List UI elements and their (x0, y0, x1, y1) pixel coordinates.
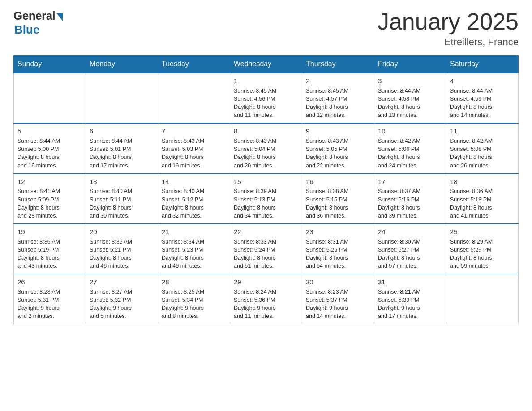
weekday-header-thursday: Thursday (302, 56, 374, 73)
day-number: 11 (450, 126, 515, 136)
calendar-day-cell: 12Sunrise: 8:41 AMSunset: 5:09 PMDayligh… (14, 174, 86, 224)
day-info: Sunrise: 8:21 AMSunset: 5:39 PMDaylight:… (378, 289, 420, 319)
logo-arrow-icon (56, 13, 63, 21)
day-info: Sunrise: 8:43 AMSunset: 5:03 PMDaylight:… (162, 138, 204, 168)
weekday-header-saturday: Saturday (446, 56, 519, 73)
day-info: Sunrise: 8:27 AMSunset: 5:32 PMDaylight:… (90, 289, 132, 319)
calendar-subtitle: Etreillers, France (378, 36, 519, 48)
calendar-day-cell: 13Sunrise: 8:40 AMSunset: 5:11 PMDayligh… (86, 174, 158, 224)
day-number: 18 (450, 177, 515, 187)
calendar-day-cell: 11Sunrise: 8:42 AMSunset: 5:08 PMDayligh… (446, 123, 519, 173)
day-info: Sunrise: 8:36 AMSunset: 5:18 PMDaylight:… (450, 188, 493, 218)
day-info: Sunrise: 8:42 AMSunset: 5:08 PMDaylight:… (450, 138, 493, 168)
calendar-day-cell: 1Sunrise: 8:45 AMSunset: 4:56 PMDaylight… (230, 73, 302, 123)
day-info: Sunrise: 8:29 AMSunset: 5:29 PMDaylight:… (450, 239, 493, 269)
calendar-day-cell: 22Sunrise: 8:33 AMSunset: 5:24 PMDayligh… (230, 224, 302, 274)
calendar-day-cell (14, 73, 86, 123)
day-info: Sunrise: 8:40 AMSunset: 5:11 PMDaylight:… (90, 188, 132, 218)
calendar-week-row: 26Sunrise: 8:28 AMSunset: 5:31 PMDayligh… (14, 274, 519, 324)
day-info: Sunrise: 8:24 AMSunset: 5:36 PMDaylight:… (234, 289, 276, 319)
day-number: 31 (378, 277, 442, 287)
day-number: 22 (234, 227, 298, 237)
logo-general-text: General (13, 9, 55, 23)
calendar-day-cell: 9Sunrise: 8:43 AMSunset: 5:05 PMDaylight… (302, 123, 374, 173)
day-info: Sunrise: 8:43 AMSunset: 5:04 PMDaylight:… (234, 138, 276, 168)
calendar-day-cell: 3Sunrise: 8:44 AMSunset: 4:58 PMDaylight… (374, 73, 446, 123)
day-info: Sunrise: 8:38 AMSunset: 5:15 PMDaylight:… (306, 188, 348, 218)
day-info: Sunrise: 8:28 AMSunset: 5:31 PMDaylight:… (17, 289, 60, 319)
weekday-header-monday: Monday (86, 56, 158, 73)
day-number: 24 (378, 227, 442, 237)
calendar-week-row: 1Sunrise: 8:45 AMSunset: 4:56 PMDaylight… (14, 73, 519, 123)
calendar-day-cell: 24Sunrise: 8:30 AMSunset: 5:27 PMDayligh… (374, 224, 446, 274)
day-number: 5 (17, 126, 82, 136)
calendar-day-cell: 10Sunrise: 8:42 AMSunset: 5:06 PMDayligh… (374, 123, 446, 173)
day-number: 7 (162, 126, 226, 136)
weekday-header-sunday: Sunday (14, 56, 86, 73)
weekday-header-wednesday: Wednesday (230, 56, 302, 73)
title-area: January 2025 Etreillers, France (378, 9, 519, 48)
day-info: Sunrise: 8:42 AMSunset: 5:06 PMDaylight:… (378, 138, 420, 168)
day-info: Sunrise: 8:44 AMSunset: 5:01 PMDaylight:… (90, 138, 132, 168)
day-number: 23 (306, 227, 370, 237)
calendar-week-row: 12Sunrise: 8:41 AMSunset: 5:09 PMDayligh… (14, 174, 519, 224)
day-number: 14 (162, 177, 226, 187)
calendar-day-cell: 28Sunrise: 8:25 AMSunset: 5:34 PMDayligh… (158, 274, 230, 324)
calendar-day-cell (86, 73, 158, 123)
day-number: 19 (17, 227, 82, 237)
weekday-header-row: SundayMondayTuesdayWednesdayThursdayFrid… (14, 56, 519, 73)
calendar-day-cell: 26Sunrise: 8:28 AMSunset: 5:31 PMDayligh… (14, 274, 86, 324)
calendar-day-cell: 31Sunrise: 8:21 AMSunset: 5:39 PMDayligh… (374, 274, 446, 324)
day-number: 29 (234, 277, 298, 287)
calendar-day-cell: 21Sunrise: 8:34 AMSunset: 5:23 PMDayligh… (158, 224, 230, 274)
day-info: Sunrise: 8:45 AMSunset: 4:56 PMDaylight:… (234, 88, 276, 118)
logo-blue-text: Blue (14, 23, 39, 37)
calendar-day-cell: 4Sunrise: 8:44 AMSunset: 4:59 PMDaylight… (446, 73, 519, 123)
day-number: 17 (378, 177, 442, 187)
calendar-day-cell: 25Sunrise: 8:29 AMSunset: 5:29 PMDayligh… (446, 224, 519, 274)
day-number: 4 (450, 76, 515, 86)
calendar-week-row: 19Sunrise: 8:36 AMSunset: 5:19 PMDayligh… (14, 224, 519, 274)
day-number: 21 (162, 227, 226, 237)
day-info: Sunrise: 8:40 AMSunset: 5:12 PMDaylight:… (162, 188, 204, 218)
day-info: Sunrise: 8:35 AMSunset: 5:21 PMDaylight:… (90, 239, 132, 269)
day-number: 27 (90, 277, 154, 287)
calendar-day-cell: 30Sunrise: 8:23 AMSunset: 5:37 PMDayligh… (302, 274, 374, 324)
page-header: General Blue January 2025 Etreillers, Fr… (13, 9, 519, 48)
day-number: 1 (234, 76, 298, 86)
day-number: 8 (234, 126, 298, 136)
day-number: 9 (306, 126, 370, 136)
day-number: 15 (234, 177, 298, 187)
logo: General Blue (13, 9, 63, 37)
calendar-day-cell: 27Sunrise: 8:27 AMSunset: 5:32 PMDayligh… (86, 274, 158, 324)
day-number: 30 (306, 277, 370, 287)
day-info: Sunrise: 8:44 AMSunset: 4:58 PMDaylight:… (378, 88, 420, 118)
day-info: Sunrise: 8:37 AMSunset: 5:16 PMDaylight:… (378, 188, 420, 218)
calendar-day-cell: 5Sunrise: 8:44 AMSunset: 5:00 PMDaylight… (14, 123, 86, 173)
day-info: Sunrise: 8:30 AMSunset: 5:27 PMDaylight:… (378, 239, 420, 269)
calendar-day-cell: 17Sunrise: 8:37 AMSunset: 5:16 PMDayligh… (374, 174, 446, 224)
calendar-title: January 2025 (378, 9, 519, 34)
day-info: Sunrise: 8:43 AMSunset: 5:05 PMDaylight:… (306, 138, 348, 168)
day-info: Sunrise: 8:33 AMSunset: 5:24 PMDaylight:… (234, 239, 276, 269)
weekday-header-friday: Friday (374, 56, 446, 73)
day-number: 12 (17, 177, 82, 187)
calendar-day-cell: 20Sunrise: 8:35 AMSunset: 5:21 PMDayligh… (86, 224, 158, 274)
day-number: 6 (90, 126, 154, 136)
day-number: 20 (90, 227, 154, 237)
day-number: 26 (17, 277, 82, 287)
calendar-table: SundayMondayTuesdayWednesdayThursdayFrid… (13, 55, 519, 324)
calendar-day-cell: 16Sunrise: 8:38 AMSunset: 5:15 PMDayligh… (302, 174, 374, 224)
weekday-header-tuesday: Tuesday (158, 56, 230, 73)
calendar-day-cell: 14Sunrise: 8:40 AMSunset: 5:12 PMDayligh… (158, 174, 230, 224)
day-info: Sunrise: 8:41 AMSunset: 5:09 PMDaylight:… (17, 188, 60, 218)
day-number: 25 (450, 227, 515, 237)
day-number: 3 (378, 76, 442, 86)
calendar-day-cell: 8Sunrise: 8:43 AMSunset: 5:04 PMDaylight… (230, 123, 302, 173)
calendar-day-cell: 15Sunrise: 8:39 AMSunset: 5:13 PMDayligh… (230, 174, 302, 224)
day-info: Sunrise: 8:44 AMSunset: 4:59 PMDaylight:… (450, 88, 493, 118)
day-info: Sunrise: 8:45 AMSunset: 4:57 PMDaylight:… (306, 88, 348, 118)
day-number: 28 (162, 277, 226, 287)
calendar-day-cell: 6Sunrise: 8:44 AMSunset: 5:01 PMDaylight… (86, 123, 158, 173)
day-info: Sunrise: 8:25 AMSunset: 5:34 PMDaylight:… (162, 289, 204, 319)
